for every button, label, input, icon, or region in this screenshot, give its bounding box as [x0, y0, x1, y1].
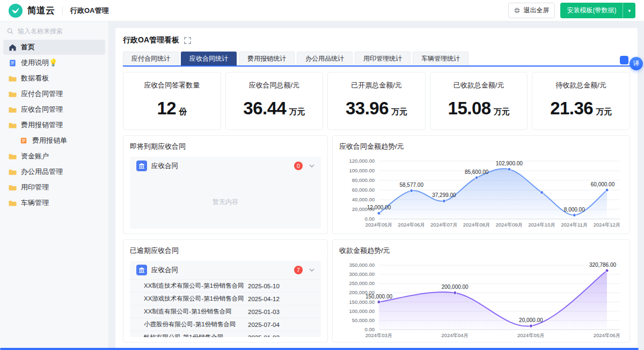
- exit-fullscreen-button[interactable]: 退出全屏: [508, 3, 555, 18]
- count-badge: 0: [294, 162, 303, 170]
- contract-date: 2025-01-03: [248, 309, 280, 315]
- contract-group-header[interactable]: 应收合同 7: [130, 261, 321, 279]
- contract-date: 2025-01-02: [248, 334, 280, 338]
- sidebar-item-vehicle-management[interactable]: 车辆管理: [3, 195, 105, 210]
- stat-card-contract-count: 应收合同签署数量 12份: [123, 72, 221, 130]
- page-title: 行政OA管理看板: [123, 35, 179, 45]
- horizontal-scrollbar[interactable]: [0, 348, 639, 350]
- contract-name: XX制造技术有限公司-第1份销售合同: [144, 282, 248, 290]
- stat-card-contract-total: 应收合同总额/元 36.44万元: [225, 72, 324, 130]
- sidebar-item-office-supplies[interactable]: 办公用品管理: [3, 164, 105, 179]
- svg-text:2024年09月: 2024年09月: [496, 222, 523, 228]
- sidebar-item-expense-form[interactable]: 费用报销单: [3, 133, 105, 148]
- contract-list-item[interactable]: XX制造有限公司-第1份销售合同 2025-01-03: [130, 305, 321, 318]
- svg-text:200,000.00: 200,000.00: [442, 284, 469, 290]
- fullscreen-expand-icon[interactable]: [184, 37, 191, 44]
- floating-widget-handle[interactable]: [620, 56, 628, 64]
- chevron-down-icon[interactable]: [309, 164, 314, 167]
- contract-date: 2025-07-04: [248, 322, 280, 328]
- tab-office-supplies-stats[interactable]: 办公用品统计: [297, 52, 353, 65]
- top-header: 简道云 行政OA管理 退出全屏 安装模板(带数据) ▾: [0, 0, 644, 21]
- count-badge: 7: [294, 266, 303, 274]
- sidebar-item-usage-guide[interactable]: 使用说明💡: [3, 55, 105, 70]
- stat-card-pending-total: 待收款总金额/元 21.36万元: [532, 72, 630, 130]
- contract-name: 小霞股份有限公司-第1份销售合同: [144, 320, 248, 329]
- sidebar-item-label: 使用说明💡: [21, 58, 57, 68]
- svg-text:150,000.00: 150,000.00: [349, 299, 375, 305]
- tab-seal-stats[interactable]: 用印管理统计: [355, 52, 411, 65]
- sidebar-item-home[interactable]: 首页: [3, 40, 105, 55]
- sidebar-item-label: 应付合同管理: [21, 89, 63, 99]
- contract-date: 2025-04-12: [248, 296, 280, 302]
- chevron-down-icon[interactable]: [309, 268, 314, 272]
- header-divider: [62, 6, 63, 15]
- tab-expense-stats[interactable]: 费用报销统计: [239, 52, 295, 65]
- contract-group-icon: [136, 161, 147, 171]
- contract-list-item[interactable]: XX游戏技术有限公司-第1份销售合同 2025-04-12: [130, 292, 321, 305]
- app-title: 行政OA管理: [70, 6, 109, 16]
- sidebar-item-label: 办公用品管理: [21, 167, 63, 177]
- dashboard-tabs: 应付合同统计 应收合同统计 费用报销统计 办公用品统计 用印管理统计 车辆管理统…: [123, 52, 630, 67]
- svg-text:2024年05月: 2024年05月: [517, 332, 545, 338]
- stat-unit: 万元: [596, 107, 612, 116]
- tab-receivable-contract-stats[interactable]: 应收合同统计: [181, 52, 237, 65]
- translate-float-button[interactable]: 译: [630, 57, 643, 70]
- contract-list-item[interactable]: 小霞股份有限公司-第1份销售合同 2025-07-04: [130, 318, 321, 331]
- sidebar-item-data-dashboard[interactable]: 数据看板: [3, 71, 105, 86]
- stat-title: 待收款总金额/元: [535, 81, 627, 90]
- svg-text:60,000.00: 60,000.00: [352, 187, 375, 193]
- contract-list-item[interactable]: XX制造技术有限公司-第1份销售合同 2025-05-10: [130, 279, 321, 292]
- svg-text:2024年06月: 2024年06月: [398, 222, 425, 228]
- chevron-down-icon[interactable]: ▾: [623, 3, 635, 18]
- svg-text:60,000.00: 60,000.00: [591, 181, 615, 187]
- contract-group-header[interactable]: 应收合同 0: [130, 157, 321, 175]
- contract-group-label: 应收合同: [151, 266, 290, 275]
- sidebar-item-seal-management[interactable]: 用印管理: [3, 180, 105, 195]
- home-icon: [8, 43, 17, 52]
- search-icon: [6, 27, 14, 35]
- panel-title: 即将到期应收合同: [130, 142, 321, 151]
- tab-vehicle-stats[interactable]: 车辆管理统计: [413, 52, 469, 65]
- svg-text:350,000.00: 350,000.00: [349, 262, 375, 268]
- folder-icon: [8, 90, 17, 98]
- contract-name: XX制造有限公司-第1份销售合同: [144, 308, 248, 316]
- sidebar-item-label: 数据看板: [21, 74, 49, 83]
- svg-text:0.00: 0.00: [365, 326, 375, 332]
- stat-unit: 万元: [494, 107, 510, 116]
- overdue-contracts-group: 应收合同 7 XX制造技术有限公司-第1份销售合同 2025-05-10 XX游…: [130, 261, 321, 337]
- stat-value: 15.08: [448, 98, 491, 118]
- install-template-button[interactable]: 安装模板(带数据) ▾: [560, 3, 635, 18]
- svg-text:150,000.00: 150,000.00: [365, 294, 392, 300]
- search-box[interactable]: [0, 23, 108, 39]
- stat-card-received-total: 已收款总金额/元 15.08万元: [430, 72, 528, 130]
- jiandaoyun-logo-icon: [9, 4, 23, 18]
- folder-icon: [8, 121, 17, 129]
- panel-title: 已逾期应收合同: [130, 246, 321, 256]
- svg-text:320,786.00: 320,786.00: [589, 262, 616, 268]
- svg-text:80,000.00: 80,000.00: [352, 177, 375, 183]
- upcoming-contracts-panel: 即将到期应收合同 应收合同 0 暂无内容: [123, 135, 328, 234]
- sidebar-item-expense-management[interactable]: 费用报销管理: [3, 118, 105, 133]
- sidebar-item-receivable-contracts[interactable]: 应收合同管理: [3, 102, 105, 117]
- svg-text:120,000.00: 120,000.00: [349, 158, 375, 164]
- tab-payable-contract-stats[interactable]: 应付合同统计: [123, 52, 179, 65]
- stat-value: 21.36: [550, 98, 593, 118]
- contract-date: 2025-05-10: [248, 283, 280, 289]
- form-icon: [19, 136, 28, 145]
- exit-fullscreen-label: 退出全屏: [523, 6, 549, 15]
- contract-list-item[interactable]: 帆软有限公司-第1份销售合同 2025-01-02: [130, 331, 321, 337]
- sidebar-item-payable-contracts[interactable]: 应付合同管理: [3, 86, 105, 101]
- empty-state-text: 暂无内容: [130, 198, 321, 207]
- stat-unit: 份: [179, 107, 187, 116]
- svg-text:100,000.00: 100,000.00: [349, 167, 375, 173]
- stats-row: 应收合同签署数量 12份 应收合同总额/元 36.44万元 已开票总金额/元 3…: [123, 72, 630, 130]
- sidebar-item-funds-account[interactable]: 资金账户: [3, 149, 105, 164]
- sidebar-nav: 首页 使用说明💡 数据看板 应付合同管理 应收合同管理 费用报销管理: [0, 40, 108, 210]
- contract-group-label: 应收合同: [151, 162, 290, 171]
- contract-group-icon: [136, 265, 147, 275]
- header-right: 退出全屏 安装模板(带数据) ▾: [508, 3, 635, 18]
- svg-text:85,600.00: 85,600.00: [465, 169, 489, 175]
- svg-text:8,000.00: 8,000.00: [564, 207, 585, 213]
- header-left: 简道云 行政OA管理: [9, 4, 109, 18]
- search-input[interactable]: [18, 27, 93, 35]
